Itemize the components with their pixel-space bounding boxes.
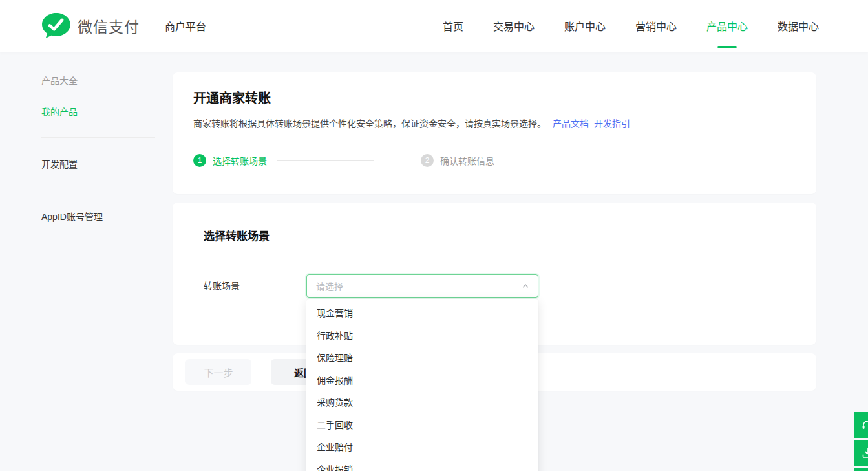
top-header: 微信支付 商户平台 首页 交易中心 账户中心 营销中心 产品中心 数据中心: [0, 0, 868, 52]
sidebar-divider: [41, 190, 155, 190]
transfer-scene-select[interactable]: 请选择: [306, 274, 538, 298]
step-2-label: 确认转账信息: [440, 154, 494, 167]
sidebar-divider: [41, 137, 155, 138]
nav-item-data-center[interactable]: 数据中心: [778, 14, 819, 38]
option-purchase-payment[interactable]: 采购货款: [306, 391, 538, 414]
page-title: 开通商家转账: [193, 89, 796, 107]
product-doc-link[interactable]: 产品文档: [553, 118, 589, 129]
page-description: 商家转账将根据具体转账场景提供个性化安全策略，保证资金安全，请按真实场景选择。产…: [193, 116, 796, 131]
transfer-scene-dropdown: 现金营销 行政补贴 保险理赔 佣金报酬 采购货款 二手回收 企业赔付 企业报销: [306, 299, 538, 471]
transfer-scene-label: 转账场景: [204, 274, 306, 298]
step-indicator: 1 选择转账场景 2 确认转账信息: [193, 154, 796, 167]
transfer-scene-select-wrap: 请选择 现金营销 行政补贴 保险理赔 佣金报酬 采购货款 二手回收 企业赔付: [306, 274, 538, 298]
sidebar: 产品大全 我的产品 开发配置 AppID账号管理: [41, 72, 155, 391]
description-text: 商家转账将根据具体转账场景提供个性化安全策略，保证资金安全，请按真实场景选择。: [193, 118, 546, 129]
option-cash-marketing[interactable]: 现金营销: [306, 302, 538, 325]
option-enterprise-reimbursement[interactable]: 企业报销: [306, 459, 538, 471]
step-connector-line: [277, 160, 374, 161]
feedback-tab[interactable]: [854, 440, 868, 466]
nav-item-marketing-center[interactable]: 营销中心: [635, 14, 677, 38]
main-nav: 首页 交易中心 账户中心 营销中心 产品中心 数据中心: [443, 14, 819, 38]
nav-item-account-center[interactable]: 账户中心: [564, 14, 606, 38]
floating-side-tabs: [854, 412, 868, 471]
dev-guide-link[interactable]: 开发指引: [594, 118, 630, 129]
brand-divider: [153, 19, 153, 32]
sidebar-item-appid-management[interactable]: AppID账号管理: [41, 210, 155, 223]
page-layout: 产品大全 我的产品 开发配置 AppID账号管理 开通商家转账 商家转账将根据具…: [0, 52, 868, 391]
nav-item-transaction-center[interactable]: 交易中心: [493, 14, 535, 38]
step-1-select-scene: 1 选择转账场景: [193, 154, 267, 167]
nav-active-underline: [717, 46, 737, 48]
brand-name: 微信支付: [78, 15, 140, 37]
intro-card: 开通商家转账 商家转账将根据具体转账场景提供个性化安全策略，保证资金安全，请按真…: [173, 72, 816, 194]
step-1-label: 选择转账场景: [213, 154, 267, 167]
wechat-pay-logo-icon: [41, 12, 71, 39]
next-step-button[interactable]: 下一步: [185, 359, 251, 385]
customer-service-icon: [861, 419, 868, 432]
nav-item-home[interactable]: 首页: [443, 14, 463, 38]
scene-form-card: 选择转账场景 转账场景 请选择 现金营销 行政补贴 保险理赔: [173, 203, 816, 345]
step-2-circle: 2: [421, 154, 434, 167]
sidebar-item-my-products[interactable]: 我的产品: [41, 105, 155, 118]
customer-service-tab[interactable]: [854, 412, 868, 438]
option-enterprise-compensation[interactable]: 企业赔付: [306, 436, 538, 459]
transfer-scene-field: 转账场景 请选择 现金营销 行政补贴 保险理赔 佣金报酬 采购货款: [204, 274, 785, 298]
step-1-circle: 1: [193, 154, 206, 167]
select-placeholder: 请选择: [316, 279, 521, 292]
sidebar-item-dev-config[interactable]: 开发配置: [41, 157, 155, 170]
form-heading: 选择转账场景: [204, 230, 785, 244]
sidebar-section-products: 产品大全: [41, 72, 155, 87]
feedback-icon: [861, 446, 868, 459]
platform-label: 商户平台: [165, 18, 206, 34]
main-content: 开通商家转账 商家转账将根据具体转账场景提供个性化安全策略，保证资金安全，请按真…: [173, 72, 816, 391]
nav-item-product-center[interactable]: 产品中心: [706, 14, 748, 38]
brand: 微信支付 商户平台: [41, 12, 206, 39]
chevron-up-icon: [521, 281, 530, 290]
survey-tab[interactable]: [854, 468, 868, 471]
option-admin-subsidy[interactable]: 行政补贴: [306, 325, 538, 347]
option-secondhand[interactable]: 二手回收: [306, 414, 538, 437]
step-2-confirm-info: 2 确认转账信息: [421, 154, 494, 167]
option-insurance-claim[interactable]: 保险理赔: [306, 347, 538, 369]
option-commission[interactable]: 佣金报酬: [306, 369, 538, 392]
